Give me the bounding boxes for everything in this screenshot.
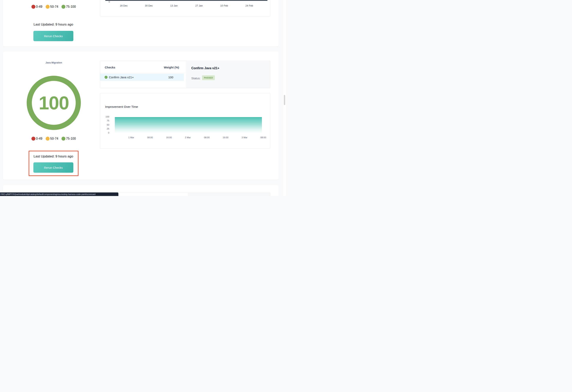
check-detail-panel — [186, 61, 270, 88]
check-passed-icon: ✓ — [105, 76, 108, 79]
top-chart-x-tick: 24 Feb — [240, 4, 258, 7]
top-trend-chart-card — [100, 0, 270, 16]
improvement-x-tick: 3 Mar — [238, 136, 251, 139]
improvement-y-tick: 75 — [101, 119, 109, 122]
legend-label-high: 75-100 — [66, 5, 76, 9]
improvement-x-tick: 08:00 — [200, 136, 214, 139]
scorecard-title: Java Migration — [30, 61, 78, 64]
improvement-y-tick: 100 — [101, 115, 109, 118]
next-check-detail-panel — [188, 193, 270, 196]
checks-column-header: Checks — [105, 66, 115, 69]
improvement-x-tick: 08:00 — [143, 136, 157, 139]
legend-dot-high-icon — [62, 137, 65, 141]
weight-column-header: Weight (%) — [159, 66, 179, 69]
legend-label-low: 0-49 — [36, 5, 42, 9]
top-last-updated-text: Last Updated: 9 hours ago — [24, 23, 83, 27]
top-trend-series-line — [105, 0, 268, 1]
top-chart-x-tick: 10 Feb — [215, 4, 233, 7]
improvement-chart-title: Improvement Over Time — [105, 105, 138, 109]
improvement-y-tick: 0 — [101, 131, 109, 134]
check-weight-cell: 100 — [163, 76, 179, 79]
improvement-x-tick: 08:00 — [256, 136, 270, 139]
legend-label-high: 75-100 — [66, 137, 76, 141]
check-detail-title: Confirm Java v21+ — [191, 66, 219, 70]
improvement-area-series — [115, 117, 262, 133]
score-value: 100 — [39, 92, 69, 114]
top-chart-x-tick: 16 Dec — [115, 4, 133, 7]
status-badge: PASSED — [202, 75, 215, 80]
improvement-x-tick: 1 Mar — [124, 136, 138, 139]
link-preview-statusbar: FRCi-pfWPYXVjvw/module/idp/catalog/defau… — [0, 193, 118, 196]
legend-label-mid: 50-74 — [50, 5, 58, 9]
improvement-y-tick: 25 — [101, 128, 109, 130]
legend-dot-high-icon — [62, 5, 65, 9]
scrollbar-thumb[interactable] — [284, 95, 285, 105]
check-name-cell[interactable]: Confirm Java v21+ — [109, 76, 134, 79]
legend-label-low: 0-49 — [36, 137, 42, 141]
improvement-x-tick: 16:00 — [162, 136, 176, 139]
top-chart-x-tick: 13 Jan — [165, 4, 183, 7]
top-chart-y-tick: 0 — [102, 0, 110, 3]
legend-label-mid: 50-74 — [50, 137, 58, 141]
legend-dot-low-icon — [32, 5, 35, 9]
java-rerun-checks-button[interactable]: Rerun Checks — [33, 162, 73, 173]
improvement-x-tick: 16:00 — [219, 136, 232, 139]
check-detail-status-label: Status: — [191, 77, 201, 80]
legend-dot-low-icon — [32, 137, 35, 141]
top-rerun-checks-button[interactable]: Rerun Checks — [33, 31, 73, 41]
improvement-x-tick: 2 Mar — [181, 136, 195, 139]
improvement-y-tick: 50 — [101, 124, 109, 126]
top-chart-x-tick: 27 Jan — [190, 4, 208, 7]
top-chart-x-tick: 30 Dec — [140, 4, 158, 7]
score-ring: 100 — [27, 76, 81, 130]
legend-dot-mid-icon — [46, 137, 50, 141]
java-last-updated-text: Last Updated: 9 hours ago — [24, 154, 83, 158]
legend-dot-mid-icon — [46, 5, 50, 9]
